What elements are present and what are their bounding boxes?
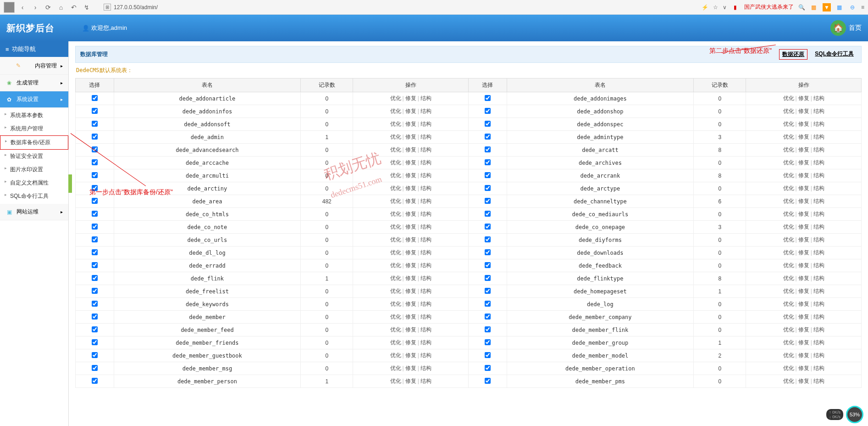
op-struct[interactable]: 结构	[420, 365, 431, 371]
op-opt[interactable]: 优化	[390, 275, 401, 281]
op-struct[interactable]: 结构	[813, 108, 824, 114]
op-opt[interactable]: 优化	[390, 159, 401, 166]
row-checkbox[interactable]	[485, 275, 491, 281]
op-fix[interactable]: 修复	[798, 211, 809, 217]
op-struct[interactable]: 结构	[813, 172, 824, 179]
op-opt[interactable]: 优化	[390, 326, 401, 333]
restore-link[interactable]: 数据还原	[779, 49, 807, 60]
row-checkbox[interactable]	[92, 249, 98, 255]
op-fix[interactable]: 修复	[405, 185, 416, 191]
op-opt[interactable]: 优化	[390, 224, 401, 230]
op-fix[interactable]: 修复	[405, 236, 416, 243]
row-checkbox[interactable]	[92, 198, 98, 204]
op-struct[interactable]: 结构	[420, 211, 431, 217]
op-opt[interactable]: 优化	[390, 288, 401, 294]
op-opt[interactable]: 优化	[390, 172, 401, 179]
op-fix[interactable]: 修复	[798, 172, 809, 179]
op-struct[interactable]: 结构	[420, 185, 431, 191]
op-struct[interactable]: 结构	[420, 262, 431, 269]
op-fix[interactable]: 修复	[798, 352, 809, 359]
op-struct[interactable]: 结构	[420, 134, 431, 140]
op-struct[interactable]: 结构	[813, 134, 824, 140]
op-opt[interactable]: 优化	[783, 352, 794, 359]
op-fix[interactable]: 修复	[405, 301, 416, 307]
sub-item-1[interactable]: 系统用户管理	[0, 122, 68, 135]
op-fix[interactable]: 修复	[405, 378, 416, 384]
op-struct[interactable]: 结构	[813, 146, 824, 153]
row-checkbox[interactable]	[92, 275, 98, 281]
op-struct[interactable]: 结构	[420, 95, 431, 101]
op-struct[interactable]: 结构	[813, 198, 824, 204]
op-fix[interactable]: 修复	[798, 262, 809, 269]
op-struct[interactable]: 结构	[813, 352, 824, 359]
profile-avatar[interactable]	[4, 2, 15, 13]
row-checkbox[interactable]	[92, 301, 98, 307]
row-checkbox[interactable]	[485, 326, 491, 332]
op-opt[interactable]: 优化	[783, 365, 794, 371]
op-opt[interactable]: 优化	[390, 314, 401, 320]
op-opt[interactable]: 优化	[390, 134, 401, 140]
op-fix[interactable]: 修复	[798, 95, 809, 101]
op-opt[interactable]: 优化	[390, 378, 401, 384]
op-fix[interactable]: 修复	[798, 288, 809, 294]
op-fix[interactable]: 修复	[405, 275, 416, 281]
row-checkbox[interactable]	[485, 314, 491, 320]
op-fix[interactable]: 修复	[798, 326, 809, 333]
row-checkbox[interactable]	[485, 108, 491, 114]
sub-item-4[interactable]: 图片水印设置	[0, 163, 68, 176]
op-opt[interactable]: 优化	[390, 211, 401, 217]
op-struct[interactable]: 结构	[420, 236, 431, 243]
row-checkbox[interactable]	[485, 121, 491, 127]
op-fix[interactable]: 修复	[798, 224, 809, 230]
op-opt[interactable]: 优化	[390, 146, 401, 153]
bolt-icon[interactable]: ⚡	[702, 4, 708, 11]
row-checkbox[interactable]	[92, 224, 98, 230]
op-opt[interactable]: 优化	[783, 108, 794, 114]
op-fix[interactable]: 修复	[798, 198, 809, 204]
op-fix[interactable]: 修复	[405, 121, 416, 127]
home-button[interactable]: ⌂	[56, 2, 66, 12]
minimize-icon[interactable]: ⊖	[848, 3, 857, 11]
reload-button[interactable]: ⟳	[43, 2, 53, 12]
row-checkbox[interactable]	[92, 288, 98, 294]
row-checkbox[interactable]	[485, 198, 491, 204]
flag-icon[interactable]: ▮	[731, 3, 740, 11]
op-struct[interactable]: 结构	[420, 249, 431, 256]
row-checkbox[interactable]	[485, 352, 491, 358]
row-checkbox[interactable]	[485, 211, 491, 217]
op-struct[interactable]: 结构	[813, 185, 824, 191]
op-struct[interactable]: 结构	[813, 224, 824, 230]
chevron-down-icon[interactable]: ∨	[723, 4, 727, 11]
op-opt[interactable]: 优化	[390, 262, 401, 269]
op-struct[interactable]: 结构	[813, 288, 824, 294]
op-opt[interactable]: 优化	[783, 288, 794, 294]
op-struct[interactable]: 结构	[813, 262, 824, 269]
op-fix[interactable]: 修复	[798, 146, 809, 153]
op-opt[interactable]: 优化	[783, 172, 794, 179]
op-opt[interactable]: 优化	[390, 95, 401, 101]
op-opt[interactable]: 优化	[783, 211, 794, 217]
op-opt[interactable]: 优化	[783, 121, 794, 127]
op-fix[interactable]: 修复	[405, 108, 416, 114]
op-opt[interactable]: 优化	[783, 236, 794, 243]
row-checkbox[interactable]	[92, 95, 98, 101]
row-checkbox[interactable]	[92, 134, 98, 140]
back-button[interactable]: ‹	[17, 2, 28, 12]
op-fix[interactable]: 修复	[798, 249, 809, 256]
op-struct[interactable]: 结构	[420, 301, 431, 307]
row-checkbox[interactable]	[92, 339, 98, 345]
row-checkbox[interactable]	[92, 378, 98, 384]
nav-item-1[interactable]: ❀生成管理▸	[0, 75, 68, 91]
op-opt[interactable]: 优化	[783, 275, 794, 281]
row-checkbox[interactable]	[92, 159, 98, 165]
op-struct[interactable]: 结构	[420, 108, 431, 114]
op-fix[interactable]: 修复	[798, 339, 809, 346]
sub-item-5[interactable]: 自定义文档属性	[0, 176, 68, 190]
op-fix[interactable]: 修复	[798, 108, 809, 114]
search-icon[interactable]: 🔍	[798, 4, 805, 11]
op-fix[interactable]: 修复	[405, 211, 416, 217]
nav-item-3[interactable]: ▣网站运维▸	[0, 204, 68, 220]
op-opt[interactable]: 优化	[390, 121, 401, 127]
row-checkbox[interactable]	[92, 365, 98, 371]
row-checkbox[interactable]	[485, 378, 491, 384]
